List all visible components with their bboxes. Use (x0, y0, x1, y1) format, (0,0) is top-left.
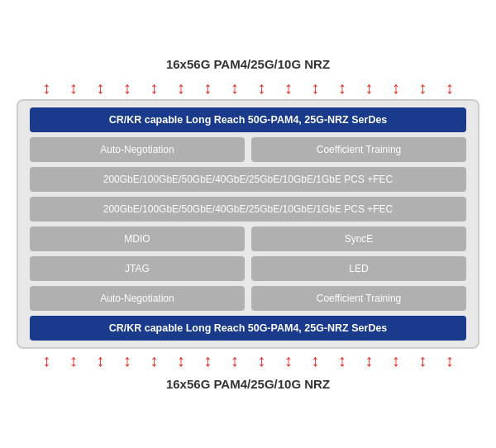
arrow-3: ↕ (96, 79, 104, 96)
mdio-cell: MDIO (30, 226, 245, 251)
pcs-fec-bottom: 200GbE/100GbE/50GbE/40GbE/25GbE/10GbE/1G… (30, 197, 466, 222)
auto-negotiation-top: Auto-Negotiation (30, 137, 245, 162)
arrow-b2: ↕ (69, 352, 78, 369)
synce-cell: SyncE (251, 226, 466, 251)
coefficient-training-top: Coefficient Training (251, 137, 466, 162)
arrow-15: ↕ (418, 79, 427, 96)
row-auto-neg-top: Auto-Negotiation Coefficient Training (30, 137, 466, 162)
chip-box: CR/KR capable Long Reach 50G-PAM4, 25G-N… (17, 99, 479, 349)
arrow-b11: ↕ (311, 352, 319, 369)
arrow-11: ↕ (311, 79, 319, 96)
arrow-2: ↕ (69, 79, 78, 96)
arrow-12: ↕ (338, 79, 346, 96)
arrow-10: ↕ (284, 79, 293, 96)
arrow-b3: ↕ (96, 352, 104, 369)
arrow-b4: ↕ (123, 352, 131, 369)
arrow-13: ↕ (365, 79, 373, 96)
led-cell: LED (251, 256, 466, 281)
blue-bar-bottom: CR/KR capable Long Reach 50G-PAM4, 25G-N… (30, 316, 466, 341)
arrow-16: ↕ (446, 79, 454, 96)
row-mdio-synce: MDIO SyncE (30, 226, 466, 251)
blue-bar-top: CR/KR capable Long Reach 50G-PAM4, 25G-N… (30, 107, 466, 132)
arrow-b1: ↕ (42, 352, 50, 369)
jtag-cell: JTAG (30, 256, 245, 281)
arrow-4: ↕ (123, 79, 131, 96)
arrows-top-row: ↕ ↕ ↕ ↕ ↕ ↕ ↕ ↕ ↕ ↕ ↕ ↕ ↕ ↕ ↕ ↕ (17, 76, 479, 99)
arrow-b15: ↕ (418, 352, 427, 369)
arrow-6: ↕ (177, 79, 185, 96)
arrow-b13: ↕ (365, 352, 373, 369)
arrow-b8: ↕ (231, 352, 239, 369)
arrow-14: ↕ (392, 79, 400, 96)
main-container: 16x56G PAM4/25G/10G NRZ ↕ ↕ ↕ ↕ ↕ ↕ ↕ ↕ … (17, 52, 479, 396)
arrow-8: ↕ (231, 79, 239, 96)
pcs-fec-top: 200GbE/100GbE/50GbE/40GbE/25GbE/10GbE/1G… (30, 167, 466, 192)
arrow-b16: ↕ (446, 352, 454, 369)
arrows-bottom-row: ↕ ↕ ↕ ↕ ↕ ↕ ↕ ↕ ↕ ↕ ↕ ↕ ↕ ↕ ↕ ↕ (17, 349, 479, 372)
top-label: 16x56G PAM4/25G/10G NRZ (166, 57, 330, 71)
arrow-5: ↕ (150, 79, 158, 96)
arrow-1: ↕ (42, 79, 50, 96)
arrow-b5: ↕ (150, 352, 158, 369)
arrow-b10: ↕ (284, 352, 293, 369)
arrow-7: ↕ (203, 79, 212, 96)
arrow-b9: ↕ (257, 352, 265, 369)
bottom-label: 16x56G PAM4/25G/10G NRZ (166, 377, 330, 391)
arrow-b7: ↕ (203, 352, 212, 369)
row-jtag-led: JTAG LED (30, 256, 466, 281)
arrow-b14: ↕ (392, 352, 400, 369)
auto-negotiation-bottom: Auto-Negotiation (30, 286, 245, 311)
arrow-b12: ↕ (338, 352, 346, 369)
coefficient-training-bottom: Coefficient Training (251, 286, 466, 311)
row-auto-neg-bottom: Auto-Negotiation Coefficient Training (30, 286, 466, 311)
arrow-b6: ↕ (177, 352, 185, 369)
arrow-9: ↕ (257, 79, 265, 96)
